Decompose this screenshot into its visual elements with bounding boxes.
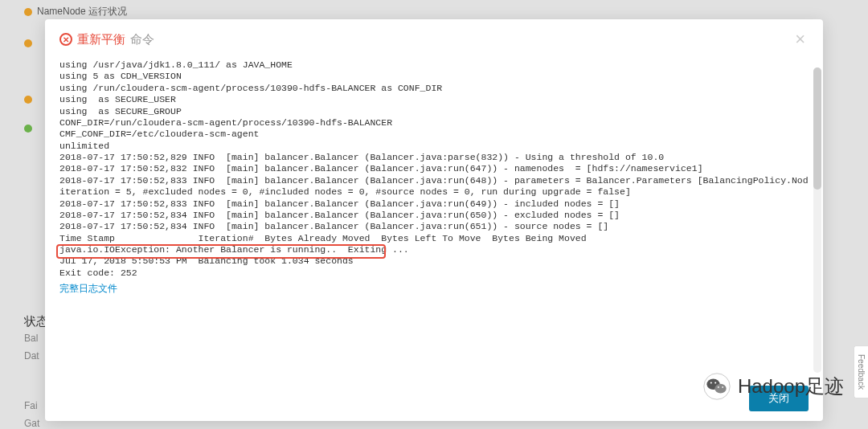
modal-body: using /usr/java/jdk1.8.0_111/ as JAVA_HO… <box>45 59 823 376</box>
svg-point-3 <box>710 382 712 383</box>
svg-point-6 <box>722 386 723 388</box>
scrollbar-thumb[interactable] <box>813 67 821 190</box>
svg-point-2 <box>714 384 726 394</box>
feedback-tab[interactable]: Feedback <box>854 345 868 398</box>
modal-subtitle: 命令 <box>130 32 154 47</box>
modal-title: 重新平衡 <box>77 32 125 47</box>
modal-header: ✕ 重新平衡 命令 × <box>45 19 823 59</box>
modal-overlay: ✕ 重新平衡 命令 × using /usr/java/jdk1.8.0_111… <box>0 0 868 429</box>
close-icon[interactable]: × <box>792 29 809 50</box>
error-icon: ✕ <box>59 33 72 46</box>
wechat-icon <box>702 372 731 401</box>
scrollbar[interactable] <box>813 67 821 373</box>
log-output: using /usr/java/jdk1.8.0_111/ as JAVA_HO… <box>59 59 809 279</box>
watermark: Hadoop足迹 <box>702 372 844 401</box>
watermark-text: Hadoop足迹 <box>738 374 844 399</box>
svg-point-4 <box>714 382 716 383</box>
rebalance-modal: ✕ 重新平衡 命令 × using /usr/java/jdk1.8.0_111… <box>45 19 823 421</box>
svg-point-5 <box>718 386 719 388</box>
full-log-link[interactable]: 完整日志文件 <box>59 282 117 296</box>
